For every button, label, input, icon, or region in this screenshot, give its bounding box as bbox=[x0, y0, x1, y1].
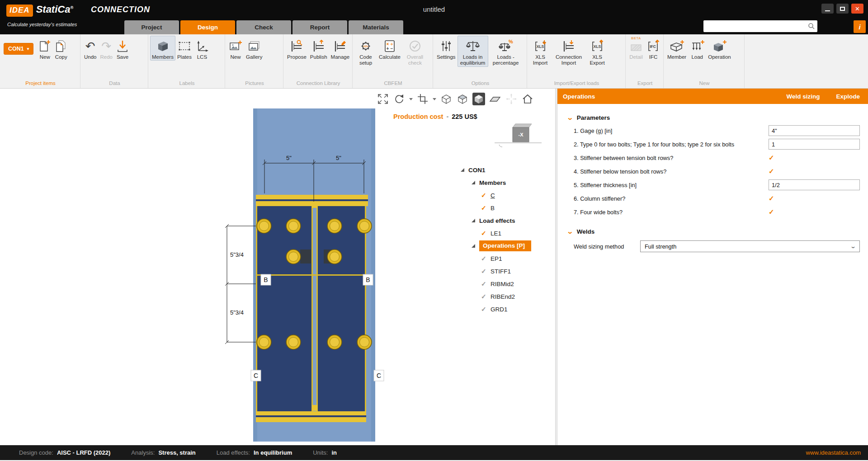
checkmark-icon[interactable]: ✓ bbox=[481, 280, 491, 287]
labels-plates-toggle[interactable]: Plates bbox=[175, 36, 193, 61]
tree-item-load-effects[interactable]: Load effects bbox=[460, 214, 554, 227]
expander-icon[interactable] bbox=[471, 244, 476, 248]
picture-gallery-button[interactable]: Gallery bbox=[244, 36, 264, 61]
ifc-export-button[interactable]: IFC IFC bbox=[645, 36, 662, 61]
save-icon bbox=[116, 38, 129, 54]
explode-button[interactable]: Explode bbox=[836, 93, 860, 100]
member-label-c-right: C bbox=[377, 372, 381, 379]
transparent-view-button[interactable] bbox=[489, 93, 501, 105]
checkmark-icon[interactable]: ✓ bbox=[481, 306, 491, 313]
tab-materials[interactable]: Materials bbox=[349, 20, 403, 34]
close-button[interactable]: ✕ bbox=[851, 4, 863, 14]
tree-item-le1[interactable]: ✓ LE1 bbox=[460, 227, 554, 240]
checkmark-icon[interactable]: ✓ bbox=[481, 204, 491, 212]
code-setup-button[interactable]: </> Code setup bbox=[354, 36, 377, 67]
weld-sizing-method-select[interactable]: Full strength ⌄ bbox=[640, 240, 860, 252]
rotate-view-button[interactable] bbox=[393, 93, 406, 105]
fit-view-button[interactable] bbox=[377, 93, 389, 105]
ribbon-group-label: Connection Library bbox=[285, 78, 351, 88]
detail-export-button[interactable]: BETA Detail bbox=[627, 36, 645, 61]
undo-button[interactable]: ↶ Undo bbox=[82, 36, 99, 61]
connection-import-button[interactable]: Connection Import bbox=[552, 36, 586, 67]
shaded-view-button[interactable] bbox=[456, 93, 469, 105]
expander-icon[interactable] bbox=[471, 218, 476, 223]
view-cube[interactable]: -X bbox=[495, 120, 542, 153]
minimize-button[interactable] bbox=[821, 4, 834, 14]
home-view-button[interactable] bbox=[521, 93, 534, 105]
param-row-stiffener-thickness: 5. Stiffener thickness [in] bbox=[567, 178, 860, 192]
save-button[interactable]: Save bbox=[114, 36, 131, 61]
button-label: Propose bbox=[287, 54, 307, 60]
solid-view-button[interactable] bbox=[472, 93, 485, 105]
checkmark-icon[interactable]: ✓ bbox=[481, 268, 491, 275]
tree-item-ep1[interactable]: ✓ EP1 bbox=[460, 252, 554, 265]
weld-sizing-button[interactable]: Weld sizing bbox=[786, 93, 820, 100]
tab-project[interactable]: Project bbox=[124, 20, 179, 34]
tree-item-member-b[interactable]: ✓ B bbox=[460, 202, 554, 214]
new-project-item-button[interactable]: New bbox=[37, 36, 53, 61]
parameters-section-header[interactable]: ⌄ Parameters bbox=[567, 111, 860, 124]
new-member-button[interactable]: Member bbox=[665, 36, 688, 61]
stiffener-below-checkbox[interactable]: ✓ bbox=[769, 167, 774, 175]
copy-project-item-button[interactable]: Copy bbox=[53, 36, 69, 61]
xls-import-button[interactable]: XLS XLS Import bbox=[529, 36, 552, 67]
tree-item-grd1[interactable]: ✓ GRD1 bbox=[460, 303, 554, 315]
xls-export-button[interactable]: XLS XLS Export bbox=[586, 36, 609, 67]
new-operation-button[interactable]: Operation bbox=[706, 36, 733, 61]
tree-item-ribmid2[interactable]: ✓ RIBMid2 bbox=[460, 278, 554, 290]
tree-label-selected: Operations [P] bbox=[479, 240, 531, 251]
labels-members-toggle[interactable]: Members bbox=[150, 36, 175, 61]
param-row-weld-sizing-method: Weld sizing method Full strength ⌄ bbox=[567, 239, 860, 254]
gage-input[interactable] bbox=[769, 125, 860, 136]
tab-design[interactable]: Design bbox=[180, 20, 235, 34]
settings-button[interactable]: Settings bbox=[435, 36, 458, 61]
bolt-type-input[interactable] bbox=[769, 139, 860, 150]
website-link[interactable]: www.ideastatica.com bbox=[806, 449, 861, 456]
tree-item-ribend2[interactable]: ✓ RIBEnd2 bbox=[460, 290, 554, 303]
stiffener-between-checkbox[interactable]: ✓ bbox=[769, 154, 774, 161]
tree-item-con1[interactable]: CON1 bbox=[460, 164, 554, 176]
tab-report[interactable]: Report bbox=[292, 20, 347, 34]
checkmark-icon[interactable]: ✓ bbox=[481, 255, 491, 262]
redo-button[interactable]: ↷ Redo bbox=[99, 36, 115, 61]
expander-icon[interactable] bbox=[460, 168, 465, 172]
loads-percentage-toggle[interactable]: % Loads - percentage bbox=[488, 36, 524, 67]
search-input[interactable] bbox=[703, 20, 808, 32]
new-load-button[interactable]: Load bbox=[688, 36, 706, 61]
overall-check-button[interactable]: Overall check bbox=[402, 36, 428, 67]
info-button[interactable]: i bbox=[854, 20, 866, 33]
section-view-button[interactable] bbox=[416, 93, 429, 105]
tree-item-stiff1[interactable]: ✓ STIFF1 bbox=[460, 265, 554, 278]
section-view-dropdown[interactable] bbox=[433, 98, 436, 102]
checkmark-icon[interactable]: ✓ bbox=[481, 192, 491, 199]
calculate-button[interactable]: ×÷+− Calculate bbox=[377, 36, 402, 61]
checkmark-icon[interactable]: ✓ bbox=[481, 230, 491, 237]
picture-new-button[interactable]: New bbox=[227, 36, 244, 61]
stiffener-thickness-input[interactable] bbox=[769, 179, 860, 190]
publish-button[interactable]: Publish bbox=[308, 36, 329, 61]
status-analysis: Analysis: Stress, strain bbox=[131, 449, 195, 456]
chevron-down-icon[interactable]: ⌄ bbox=[566, 115, 573, 120]
calculator-icon: ×÷+− bbox=[383, 38, 396, 54]
tree-item-member-c[interactable]: ✓ C bbox=[460, 189, 554, 202]
maximize-icon bbox=[840, 7, 845, 11]
column-stiffener-checkbox[interactable]: ✓ bbox=[769, 194, 774, 202]
chevron-down-icon[interactable]: ⌄ bbox=[566, 229, 573, 234]
maximize-button[interactable] bbox=[836, 4, 849, 14]
rotate-view-dropdown[interactable] bbox=[409, 98, 413, 102]
tab-check[interactable]: Check bbox=[236, 20, 291, 34]
tree-item-members[interactable]: Members bbox=[460, 176, 554, 189]
expander-icon[interactable] bbox=[471, 180, 476, 185]
explode-view-button[interactable] bbox=[505, 93, 518, 105]
labels-lcs-toggle[interactable]: LCS bbox=[193, 36, 211, 61]
checkmark-icon[interactable]: ✓ bbox=[481, 293, 491, 300]
wireframe-view-button[interactable] bbox=[440, 93, 453, 105]
loads-in-equilibrium-toggle[interactable]: Loads in equilibrium bbox=[458, 36, 488, 67]
con1-selector[interactable]: CON1 ▾ bbox=[4, 43, 33, 55]
welds-section-header[interactable]: ⌄ Welds bbox=[567, 225, 860, 238]
four-wide-bolts-checkbox[interactable]: ✓ bbox=[769, 208, 774, 216]
propose-button[interactable]: Propose bbox=[285, 36, 308, 61]
search-icon[interactable] bbox=[808, 23, 815, 30]
manage-button[interactable]: Manage bbox=[329, 36, 352, 61]
tree-item-operations[interactable]: Operations [P] bbox=[460, 240, 554, 252]
